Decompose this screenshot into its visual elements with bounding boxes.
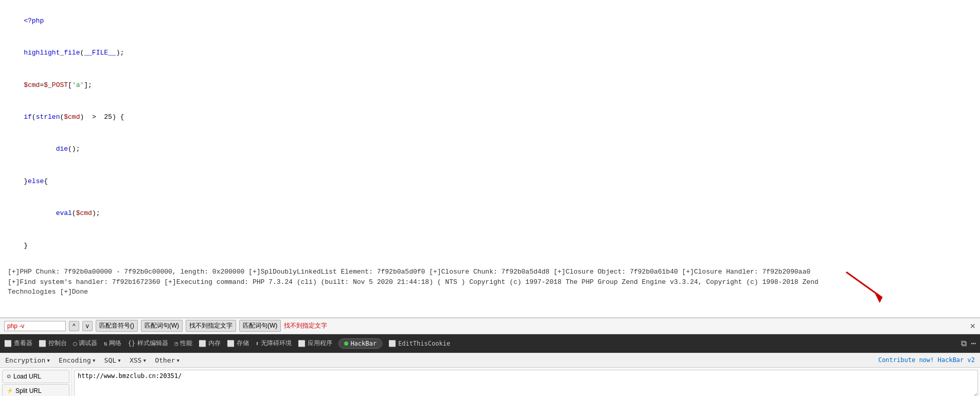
menu-encoding-label: Encoding — [59, 356, 91, 364]
menu-sql[interactable]: SQL ▾ — [104, 356, 121, 364]
split-url-label: Split URL — [15, 387, 42, 394]
devtools-debugger[interactable]: ◯调试器 — [73, 339, 97, 348]
devtools-inspector[interactable]: ⬜查看器 — [4, 339, 32, 348]
menu-other-arrow: ▾ — [176, 356, 180, 364]
code-line-5: die(); — [8, 134, 972, 166]
svg-line-0 — [846, 272, 882, 298]
url-input-area: http://www.bmzclub.cn:20351/ — [72, 368, 980, 396]
hackbar-label: HackBar — [350, 340, 377, 347]
url-section: ⊙ Load URL ⚡ Split URL http://www.bmzclu… — [0, 368, 980, 396]
contribute-link[interactable]: Contribute now! HackBar v2 — [878, 356, 975, 364]
output-section: [+]PHP Chunk: 7f92b0a00000 - 7f92b0c0000… — [8, 267, 972, 312]
menu-encryption[interactable]: Encryption ▾ — [5, 356, 50, 364]
menu-sql-label: SQL — [104, 356, 116, 364]
find-bar: ^ v 匹配音符号() 匹配词句(W) 找不到指定文字 匹配词句(W) 找不到指… — [0, 318, 980, 334]
find-highlight-btn[interactable]: 匹配音符号() — [96, 320, 138, 332]
menu-encoding-arrow: ▾ — [92, 356, 96, 364]
devtools-storage[interactable]: ⬜存储 — [227, 339, 249, 348]
devtools-memory[interactable]: ⬜内存 — [199, 339, 221, 348]
menu-other-label: Other — [155, 356, 175, 364]
devtools-cookie[interactable]: ⬜EditThisCookie — [388, 340, 450, 347]
code-display-area: <?php highlight_file(__FILE__); $cmd=$_P… — [0, 0, 980, 318]
devtools-performance[interactable]: ◷性能 — [174, 339, 192, 348]
code-line-1: <?php — [8, 5, 972, 37]
devtools-application[interactable]: ⬜应用程序 — [298, 339, 332, 348]
output-text: [+]PHP Chunk: 7f92b0a00000 - 7f92b0c0000… — [8, 267, 831, 297]
devtools-network[interactable]: ⇅网络 — [103, 339, 121, 348]
url-input[interactable]: http://www.bmzclub.cn:20351/ — [74, 370, 978, 396]
code-line-7: eval($cmd); — [8, 197, 972, 229]
load-url-icon: ⊙ — [7, 373, 11, 379]
menu-xss-arrow: ▾ — [142, 356, 147, 364]
load-url-label: Load URL — [13, 373, 41, 380]
devtools-expand-icon[interactable]: ⧉ — [961, 338, 967, 348]
find-next-btn[interactable]: v — [82, 321, 93, 331]
devtools-style-editor[interactable]: {}样式编辑器 — [128, 339, 168, 348]
find-input[interactable] — [4, 321, 66, 331]
find-case-btn[interactable]: 匹配词句(W) — [141, 320, 183, 332]
code-line-6: }else{ — [8, 166, 972, 197]
menu-other[interactable]: Other ▾ — [155, 356, 180, 364]
find-prev-btn[interactable]: ^ — [69, 321, 79, 331]
find-words-btn[interactable]: 匹配词句(W) — [239, 320, 281, 332]
load-url-button[interactable]: ⊙ Load URL — [2, 370, 69, 383]
menu-sql-arrow: ▾ — [117, 356, 121, 364]
code-line-4: if(strlen($cmd) > 25) { — [8, 101, 972, 133]
red-arrow — [831, 267, 893, 312]
find-diacritics-btn[interactable]: 找不到指定文字 — [186, 320, 236, 332]
code-line-2: highlight_file(__FILE__); — [8, 37, 972, 69]
hackbar-tab[interactable]: HackBar — [338, 338, 382, 349]
devtools-right-icons: ⧉ ⋯ — [961, 338, 976, 348]
hackbar-menu: Encryption ▾ Encoding ▾ SQL ▾ XSS ▾ Othe… — [0, 353, 980, 368]
menu-encoding[interactable]: Encoding ▾ — [59, 356, 96, 364]
hackbar-dot — [344, 341, 348, 346]
devtools-console[interactable]: ⬜控制台 — [39, 339, 67, 348]
url-buttons: ⊙ Load URL ⚡ Split URL — [0, 368, 72, 396]
menu-encryption-label: Encryption — [5, 356, 45, 364]
menu-encryption-arrow: ▾ — [46, 356, 50, 364]
code-line-3: $cmd=$_POST['a']; — [8, 69, 972, 101]
menu-xss-label: XSS — [130, 356, 141, 364]
hackbar-panel: Encryption ▾ Encoding ▾ SQL ▾ XSS ▾ Othe… — [0, 353, 980, 396]
find-close-btn[interactable]: ✕ — [970, 322, 976, 330]
split-url-icon: ⚡ — [7, 388, 13, 393]
split-url-button[interactable]: ⚡ Split URL — [2, 384, 69, 396]
find-status: 找不到指定文字 — [284, 321, 327, 330]
code-line-8: } — [8, 230, 972, 262]
devtools-more-icon[interactable]: ⋯ — [971, 338, 976, 348]
devtools-accessibility[interactable]: ⬆无障碍环境 — [255, 339, 292, 348]
devtools-bar: ⬜查看器 ⬜控制台 ◯调试器 ⇅网络 {}样式编辑器 ◷性能 ⬜内存 ⬜存储 ⬆… — [0, 334, 980, 353]
menu-xss[interactable]: XSS ▾ — [130, 356, 147, 364]
